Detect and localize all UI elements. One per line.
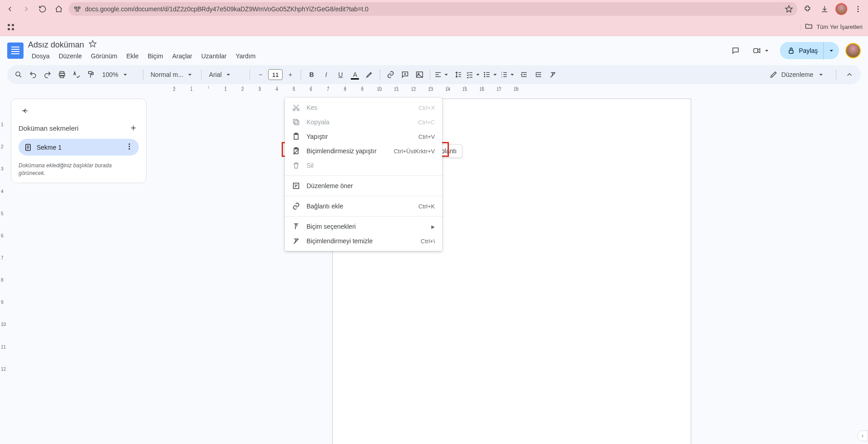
menu-extensions[interactable]: Uzantılar	[198, 51, 230, 61]
link-icon	[292, 202, 300, 210]
chrome-menu-icon[interactable]	[852, 3, 864, 15]
cut-icon	[292, 104, 300, 112]
menu-insert[interactable]: Ekle	[123, 51, 142, 61]
menu-file[interactable]: Dosya	[28, 51, 53, 61]
ctx-suggest-edit[interactable]: Düzenleme öner	[285, 179, 442, 193]
address-bar[interactable]: docs.google.com/document/d/1dZ2z0cpBRdy4…	[69, 2, 797, 16]
document-title[interactable]: Adsız doküman	[28, 40, 84, 50]
svg-rect-30	[295, 121, 299, 125]
font-select[interactable]: Arial	[205, 68, 246, 81]
svg-point-5	[858, 11, 859, 12]
spellcheck-icon[interactable]	[70, 68, 83, 81]
ctx-paste[interactable]: Yapıştır Ctrl+V	[285, 129, 442, 144]
account-avatar[interactable]	[845, 43, 861, 58]
font-size-decrease[interactable]: −	[254, 68, 267, 81]
svg-rect-7	[12, 24, 14, 26]
star-icon[interactable]	[785, 5, 793, 13]
tab-overflow-icon[interactable]	[125, 142, 133, 152]
reload-button[interactable]	[36, 3, 49, 15]
text-color-icon[interactable]: A	[348, 68, 362, 81]
underline-icon[interactable]: U	[334, 68, 347, 81]
bullet-list-icon[interactable]	[483, 68, 499, 81]
font-size-input[interactable]	[268, 69, 283, 80]
ctx-paste-unformatted[interactable]: Biçimlendirmesiz yapıştır Ctrl+ÜstKrktr+…	[285, 144, 442, 158]
zoom-select[interactable]: 100%	[99, 68, 139, 81]
svg-point-24	[129, 143, 130, 145]
tab-doc-icon	[24, 143, 32, 151]
indent-decrease-icon[interactable]	[517, 68, 531, 81]
svg-point-13	[16, 72, 20, 76]
insert-link-icon[interactable]	[384, 68, 397, 81]
svg-rect-0	[75, 7, 77, 9]
svg-rect-31	[293, 119, 297, 123]
search-icon[interactable]	[12, 68, 25, 81]
share-button[interactable]: Paylaş	[780, 42, 839, 59]
menu-format[interactable]: Biçim	[144, 51, 167, 61]
share-dropdown-caret[interactable]	[823, 42, 835, 59]
ctx-format-options[interactable]: Biçim seçenekleri ▶	[285, 219, 442, 234]
svg-point-20	[484, 72, 485, 73]
url-text: docs.google.com/document/d/1dZ2z0cpBRdy4…	[85, 5, 368, 13]
tab-chip-active[interactable]: Sekme 1	[19, 139, 139, 156]
sidebar-back-icon[interactable]	[19, 104, 31, 117]
svg-rect-12	[789, 50, 793, 53]
print-icon[interactable]	[55, 68, 69, 81]
add-tab-icon[interactable]	[128, 123, 139, 133]
meet-icon[interactable]	[750, 43, 774, 59]
side-panel-toggle[interactable]: ‹	[857, 430, 868, 441]
sidebar-title: Doküman sekmeleri	[19, 124, 79, 132]
profile-avatar[interactable]	[835, 3, 847, 15]
line-spacing-icon[interactable]	[451, 68, 465, 81]
clear-format-icon[interactable]	[546, 68, 560, 81]
downloads-icon[interactable]	[818, 3, 831, 15]
docs-logo-icon[interactable]	[7, 43, 24, 59]
paint-format-icon[interactable]	[84, 68, 98, 81]
menu-tools[interactable]: Araçlar	[169, 51, 196, 61]
svg-rect-1	[78, 7, 80, 9]
all-bookmarks-link[interactable]: Tüm Yer İşaretleri	[816, 24, 863, 30]
menu-view[interactable]: Görünüm	[87, 51, 121, 61]
star-icon[interactable]	[89, 40, 97, 50]
share-button-label: Paylaş	[799, 47, 818, 54]
italic-icon[interactable]: I	[319, 68, 333, 81]
vertical-ruler[interactable]: 123456789101112	[0, 93, 7, 444]
tab-chip-label: Sekme 1	[37, 144, 61, 151]
insert-image-icon[interactable]	[413, 68, 426, 81]
ctx-insert-link[interactable]: Bağlantı ekle Ctrl+K	[285, 199, 442, 213]
clear-format-icon	[292, 237, 300, 245]
horizontal-ruler[interactable]: 21123456789101112131415161718	[7, 86, 868, 93]
undo-icon[interactable]	[26, 68, 40, 81]
redo-icon[interactable]	[41, 68, 54, 81]
forward-button[interactable]	[20, 3, 33, 15]
extensions-icon[interactable]	[801, 3, 814, 15]
menu-edit[interactable]: Düzenle	[55, 51, 85, 61]
font-size-increase[interactable]: +	[283, 68, 297, 81]
svg-rect-9	[12, 28, 14, 30]
comments-icon[interactable]	[727, 43, 744, 59]
numbered-list-icon[interactable]	[500, 68, 516, 81]
formatting-toolbar: 100% Normal m... Arial − + B I U A	[7, 65, 861, 84]
insert-comment-icon[interactable]	[398, 68, 412, 81]
highlight-icon[interactable]	[363, 68, 376, 81]
indent-increase-icon[interactable]	[532, 68, 545, 81]
paste-icon	[292, 132, 300, 141]
collapse-toolbar-icon[interactable]	[843, 68, 856, 81]
svg-rect-6	[8, 24, 10, 26]
browser-toolbar: docs.google.com/document/d/1dZ2z0cpBRdy4…	[0, 0, 868, 18]
checklist-icon[interactable]	[466, 68, 482, 81]
ctx-delete: Sil	[285, 158, 442, 173]
align-icon[interactable]	[434, 68, 450, 81]
menu-help[interactable]: Yardım	[232, 51, 259, 61]
bold-icon[interactable]: B	[305, 68, 318, 81]
edit-mode-select[interactable]: Düzenleme	[765, 67, 830, 82]
ctx-clear-formatting[interactable]: Biçimlendirmeyi temizle Ctrl+\	[285, 234, 442, 248]
copy-icon	[292, 118, 300, 126]
context-menu: Kes Ctrl+X Kopyala Ctrl+C Yapıştır Ctrl+…	[285, 98, 442, 251]
paragraph-style-select[interactable]: Normal m...	[147, 68, 198, 81]
site-settings-icon[interactable]	[73, 5, 81, 13]
sidebar-note: Dokümana eklediğiniz başlıklar burada gö…	[19, 162, 139, 177]
apps-icon[interactable]	[5, 22, 16, 33]
back-button[interactable]	[4, 3, 16, 15]
delete-icon	[292, 161, 300, 170]
home-button[interactable]	[52, 3, 65, 15]
